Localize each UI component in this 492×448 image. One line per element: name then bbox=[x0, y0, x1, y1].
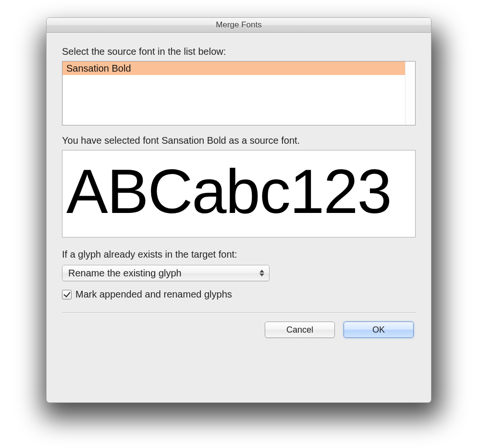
cancel-button-label: Cancel bbox=[286, 325, 313, 335]
source-font-list-item[interactable]: Sansation Bold bbox=[62, 62, 415, 75]
dialog-content: Select the source font in the list below… bbox=[47, 33, 431, 403]
source-font-label: Select the source font in the list below… bbox=[62, 46, 416, 57]
font-preview-glyphs: ABCabc123 bbox=[66, 155, 412, 232]
merge-fonts-dialog: Merge Fonts Select the source font in th… bbox=[46, 17, 431, 403]
window-title: Merge Fonts bbox=[216, 20, 261, 29]
titlebar: Merge Fonts bbox=[47, 18, 431, 33]
conflict-action-select[interactable]: Rename the existing glyph bbox=[62, 265, 270, 281]
select-stepper-icon bbox=[259, 268, 266, 278]
conflict-action-selected-value: Rename the existing glyph bbox=[68, 265, 182, 281]
listbox-scrollbar[interactable] bbox=[405, 62, 415, 125]
selection-status-text: You have selected font Sansation Bold as… bbox=[62, 135, 416, 146]
ok-button-label: OK bbox=[372, 325, 385, 335]
conflict-label: If a glyph already exists in the target … bbox=[62, 249, 416, 260]
button-row: Cancel OK bbox=[62, 322, 414, 338]
svg-text:ABCabc123: ABCabc123 bbox=[66, 156, 391, 226]
ok-button[interactable]: OK bbox=[344, 322, 414, 338]
mark-glyphs-label: Mark appended and renamed glyphs bbox=[75, 289, 232, 300]
button-divider bbox=[62, 312, 416, 313]
font-preview-box: ABCabc123 bbox=[62, 150, 416, 237]
source-font-listbox[interactable]: Sansation Bold bbox=[62, 61, 416, 125]
mark-glyphs-checkbox[interactable] bbox=[62, 290, 72, 299]
cancel-button[interactable]: Cancel bbox=[265, 322, 335, 338]
mark-glyphs-row: Mark appended and renamed glyphs bbox=[62, 289, 416, 300]
